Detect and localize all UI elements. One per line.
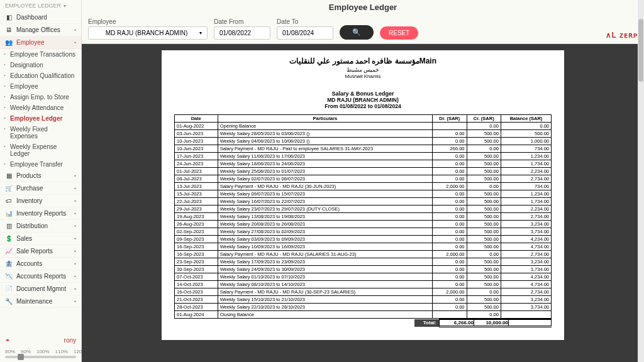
nav-label: Dashboard xyxy=(16,14,76,21)
nav-item-sales[interactable]: 💲Sales▪ xyxy=(0,233,81,245)
expand-icon: ▪ xyxy=(74,286,76,292)
expand-icon: ▪ xyxy=(74,27,76,33)
nav-icon: 🏦 xyxy=(5,260,13,267)
expand-icon: ▪ xyxy=(74,40,76,45)
employee-label: Employee xyxy=(88,18,208,25)
nav-item-purchase[interactable]: 🛒Purchase▪ xyxy=(0,182,81,195)
ledger-table: DateParticularsDr. (SAR)Cr. (SAR)Balance… xyxy=(174,114,552,319)
nav-item-sale-reports[interactable]: 📈Sale Reports▪ xyxy=(0,245,81,258)
nav-sub-employee[interactable]: Employee xyxy=(0,81,81,92)
nav-item-products[interactable]: ▦Products▪ xyxy=(0,170,81,182)
table-row: 17-Jun-2023Weekly Salary 11/06/2023 to 1… xyxy=(175,153,552,160)
nav-item-employee[interactable]: 👥Employee▪ xyxy=(0,36,81,49)
nav-icon: 📉 xyxy=(5,273,13,280)
nav: ◧Dashboard🖥Manage Offices▪👥Employee▪Empl… xyxy=(0,11,81,308)
scrollbar-thumb[interactable] xyxy=(638,19,643,82)
employee-select[interactable]: MD RAJU (BRANCH ADMIN) ▾ xyxy=(88,26,208,40)
report-viewport[interactable]: مؤسسة ظافره احمد مستور علي للنقلياتMain … xyxy=(82,44,644,362)
nav-item-document-mgmnt[interactable]: 📄Document Mgmnt▪ xyxy=(0,283,81,295)
report-title: Salary & Bonus Ledger xyxy=(174,90,552,97)
reset-button[interactable]: RESET xyxy=(380,26,418,40)
table-row: 28-Oct-2023Weekly Salary 22/10/2023 to 2… xyxy=(175,304,552,311)
table-row: 30-Sep-2023Weekly Salary 24/09/2023 to 3… xyxy=(175,266,552,273)
nav-icon: 📈 xyxy=(5,248,13,255)
nav-icon: 🖥 xyxy=(5,26,13,33)
zoom-level[interactable]: 110% xyxy=(55,349,68,354)
nav-sub-weekly-attendance[interactable]: Weekly Attendance xyxy=(0,102,81,113)
col-header: Dr. (SAR) xyxy=(433,115,467,123)
table-row: 02-Sep-2023Weekly Salary 27/08/2023 to 0… xyxy=(175,228,552,236)
zoom-handle[interactable] xyxy=(18,354,24,360)
nav-item-accounts[interactable]: 🏦Accounts▪ xyxy=(0,258,81,270)
scrollbar-vertical[interactable] xyxy=(638,0,644,362)
filter-bar: Employee MD RAJU (BRANCH ADMIN) ▾ Date F… xyxy=(82,14,644,44)
nav-sub-employee-ledger[interactable]: Employee Ledger xyxy=(0,113,81,124)
nav-label: Document Mgmnt xyxy=(16,285,70,292)
table-row: 22-Jul-2023Weekly Salary 16/07/2023 to 2… xyxy=(175,198,552,206)
nav-label: Inventory xyxy=(16,197,70,204)
total-label: Total: xyxy=(414,319,440,327)
nav-sub-education-qualification[interactable]: Education Qualification xyxy=(0,70,81,81)
table-row: 16-Sep-2023Salary Payment - MD RAJU - MD… xyxy=(175,251,552,258)
nav-icon: ▥ xyxy=(5,222,13,229)
search-icon: 🔍 xyxy=(352,28,361,36)
nav-icon: 🏷 xyxy=(5,197,13,204)
search-button[interactable]: 🔍 xyxy=(340,25,374,40)
nav-item-distribution[interactable]: ▥Distribution▪ xyxy=(0,220,81,233)
footer-icon[interactable]: ⚭ xyxy=(5,337,10,344)
date-from-label: Date From xyxy=(214,18,270,25)
date-to-label: Date To xyxy=(277,18,333,25)
nav-icon: 💲 xyxy=(5,235,13,242)
nav-item-manage-offices[interactable]: 🖥Manage Offices▪ xyxy=(0,24,81,36)
col-header: Balance (SAR) xyxy=(501,115,551,123)
table-row: 01-Jul-2023Weekly Salary 25/06/2023 to 0… xyxy=(175,168,552,175)
table-row: 24-Jun-2023Weekly Salary 18/06/2023 to 2… xyxy=(175,160,552,168)
nav-item-inventory[interactable]: 🏷Inventory▪ xyxy=(0,195,81,207)
nav-item-inventory-reports[interactable]: 📊Inventory Reports▪ xyxy=(0,207,81,220)
table-row: 01-Aug-2024Closing Balance0.00 xyxy=(175,311,552,319)
nav-sub-employee-transactions[interactable]: Employee Transactions xyxy=(0,49,81,60)
table-row: 10-Jun-2023Weekly Salary 04/06/2023 to 1… xyxy=(175,138,552,145)
nav-sub-weekly-expense-ledger[interactable]: Weekly Expense Ledger xyxy=(0,141,81,159)
employee-value: MD RAJU (BRANCH ADMIN) xyxy=(94,30,199,36)
nav-icon: 👥 xyxy=(5,39,13,46)
nav-label: Inventory Reports xyxy=(16,210,70,217)
table-row: 23-Sep-2023Weekly Salary 17/09/2023 to 2… xyxy=(175,258,552,266)
nav-item-accounts-reports[interactable]: 📉Accounts Reports▪ xyxy=(0,270,81,283)
nav-item-maintenance[interactable]: 🔧Maintenance▪ xyxy=(0,295,81,308)
table-row: 10-Jun-2023Salary Payment - MD RAJU - Pa… xyxy=(175,145,552,153)
table-row: 14-Oct-2023Weekly Salary 08/10/2023 to 1… xyxy=(175,281,552,288)
table-row: 07-Oct-2023Weekly Salary 01/10/2023 to 0… xyxy=(175,273,552,281)
nav-item-dashboard[interactable]: ◧Dashboard xyxy=(0,11,81,24)
chevron-down-icon[interactable]: ▾ xyxy=(64,3,66,9)
zoom-level[interactable]: 80% xyxy=(5,349,15,354)
chevron-down-icon: ▾ xyxy=(199,30,202,36)
date-to-input[interactable]: 01/08/2024 xyxy=(277,26,333,40)
nav-label: Accounts Reports xyxy=(16,273,70,280)
table-row: 08-Jul-2023Weekly Salary 02/07/2023 to 0… xyxy=(175,175,552,183)
col-header: Particulars xyxy=(218,115,432,123)
date-from-input[interactable]: 01/08/2022 xyxy=(214,26,270,40)
nav-icon: ▦ xyxy=(5,172,13,179)
city-en: Mushait Khamis xyxy=(174,74,552,79)
table-row: 29-Jul-2023Weekly Salary 23/07/2023 to 2… xyxy=(175,206,552,213)
zoom-slider[interactable] xyxy=(5,356,76,358)
zoom-control[interactable]: 80%90%100%110%120% xyxy=(0,348,81,362)
nav-sub-assign-emp.-to-store[interactable]: Assign Emp. to Store xyxy=(0,92,81,102)
table-row: 16-Oct-2023Salary Payment - MD RAJU - MD… xyxy=(175,288,552,296)
table-row: 16-Sep-2023Weekly Salary 10/09/2023 to 1… xyxy=(175,243,552,251)
nav-sub-employee-transfer[interactable]: Employee Transfer xyxy=(0,159,81,170)
expand-icon: ▪ xyxy=(74,211,76,216)
sidebar: EMPLOYEE LEDGER ▾ ◧Dashboard🖥Manage Offi… xyxy=(0,0,82,362)
total-dr: 6,266.00 xyxy=(440,319,474,327)
total-bal xyxy=(509,319,552,327)
zoom-level[interactable]: 100% xyxy=(36,349,49,354)
nav-sub-weekly-fixed-expenses[interactable]: Weekly Fixed Expenses xyxy=(0,124,81,141)
expand-icon: ▪ xyxy=(74,173,76,178)
expand-icon: ▪ xyxy=(74,261,76,266)
nav-icon: 🔧 xyxy=(5,298,13,305)
expand-icon: ▪ xyxy=(74,185,76,191)
col-header: Date xyxy=(175,115,218,123)
logo: ∧L zᴇʀᴘ xyxy=(606,31,638,40)
nav-sub-designation[interactable]: Designation xyxy=(0,60,81,70)
